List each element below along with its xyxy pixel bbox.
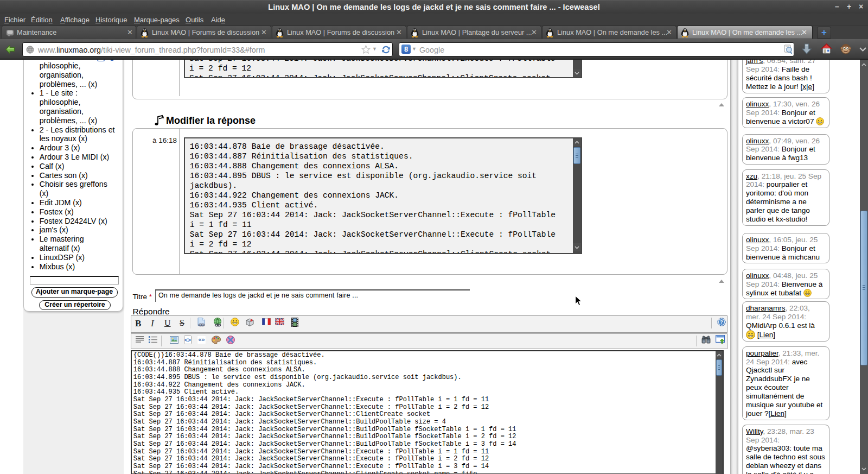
- svg-text:«»: «»: [198, 336, 205, 343]
- svg-text:<>: <>: [184, 338, 191, 344]
- svg-text:?: ?: [720, 319, 723, 325]
